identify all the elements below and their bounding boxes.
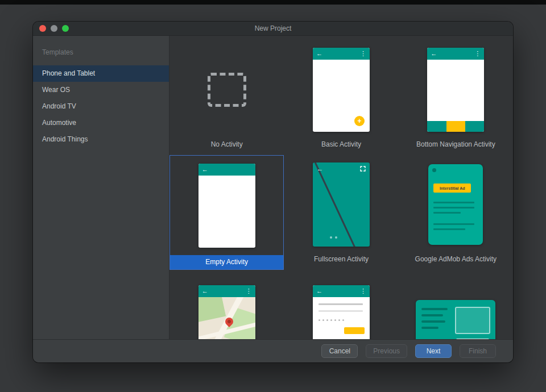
sidebar-header: Templates — [33, 43, 169, 65]
back-arrow-icon: ← — [316, 288, 322, 294]
phone-mockup: ← — [313, 162, 370, 247]
dot — [318, 319, 320, 321]
bottom-nav-segment — [465, 121, 484, 132]
dot — [338, 319, 340, 321]
template-label: Bottom Navigation Activity — [412, 139, 500, 155]
placeholder-line — [433, 228, 465, 230]
dot — [330, 319, 332, 321]
placeholder-line — [318, 310, 363, 312]
placeholder-line — [433, 212, 461, 214]
tablet-activity-thumbnail — [399, 270, 513, 339]
overflow-menu-icon: ⋮ — [360, 288, 366, 294]
template-card-basic-activity[interactable]: ← ⋮ + Basic Activity — [284, 40, 398, 155]
fullscreen-activity-thumbnail: ← — [284, 155, 398, 254]
screen-top-edge — [0, 0, 546, 5]
dotted-field — [318, 319, 344, 321]
template-label: Google AdMob Ads Activity — [411, 254, 501, 270]
dot — [326, 319, 328, 321]
indicator-dot — [330, 236, 332, 239]
no-activity-thumbnail — [169, 40, 284, 139]
template-card-bottom-navigation-activity[interactable]: ← ⋮ Bottom Navigation Activity — [399, 40, 513, 155]
dialog-content: Templates Phone and Tablet Wear OS Andro… — [33, 36, 513, 339]
detail-panel — [455, 307, 490, 334]
action-button-placeholder — [344, 327, 365, 334]
placeholder-line — [433, 223, 474, 225]
sidebar-item-wear-os[interactable]: Wear OS — [33, 82, 169, 98]
fab-plus-icon: + — [354, 116, 365, 126]
template-label: Fullscreen Activity — [309, 254, 373, 270]
back-arrow-icon: ← — [316, 51, 322, 57]
phone-mockup: ← ⋮ — [313, 285, 370, 339]
dot — [342, 319, 344, 321]
template-card-fullscreen-activity[interactable]: ← Fullscreen Activity — [284, 155, 398, 270]
indicator-dot — [335, 236, 337, 239]
traffic-lights — [39, 22, 69, 35]
minimize-button[interactable] — [51, 25, 57, 32]
phone-mockup: ← ⋮ + — [313, 48, 370, 132]
app-bar: ← — [198, 164, 255, 176]
dialog-footer: Cancel Previous Next Finish — [33, 339, 513, 362]
next-button[interactable]: Next — [415, 344, 452, 358]
placeholder-line — [421, 320, 445, 323]
overflow-menu-icon: ⋮ — [246, 288, 252, 294]
map-park-area — [198, 297, 226, 323]
sidebar-item-automotive[interactable]: Automotive — [33, 115, 169, 131]
overflow-menu-icon: ⋮ — [474, 51, 481, 57]
dot — [322, 319, 324, 321]
selected-template-label: Empty Activity — [170, 255, 283, 269]
placeholder-line — [421, 308, 448, 310]
basic-activity-thumbnail: ← ⋮ + — [284, 40, 398, 139]
new-project-window: New Project Templates Phone and Tablet W… — [33, 22, 513, 362]
interstitial-ad-banner: Interstitial Ad — [433, 184, 471, 193]
app-bar: ← ⋮ — [313, 48, 370, 60]
phone-mockup: ← — [198, 164, 255, 248]
template-label: No Activity — [206, 139, 247, 155]
back-arrow-icon: ← — [202, 166, 208, 173]
app-bar: ← ⋮ — [198, 285, 255, 297]
previous-button[interactable]: Previous — [366, 344, 407, 358]
back-arrow-icon: ← — [431, 51, 437, 57]
template-card-google-admob-ads-activity[interactable]: Interstitial Ad Google AdMob Ads Activit… — [399, 155, 513, 270]
window-titlebar[interactable]: New Project — [33, 22, 513, 36]
sidebar-item-phone-and-tablet[interactable]: Phone and Tablet — [33, 65, 169, 82]
zoom-button[interactable] — [62, 25, 69, 32]
template-grid: No Activity ← ⋮ + Basic Activity — [169, 36, 513, 339]
phone-mockup: ← ⋮ — [427, 48, 484, 132]
map-preview — [198, 297, 255, 339]
bottom-nav-selected-segment — [446, 121, 465, 132]
bottom-nav-segment — [427, 121, 446, 132]
no-activity-icon — [208, 73, 246, 107]
bottom-nav-bar — [427, 121, 484, 132]
placeholder-line — [433, 202, 474, 203]
finish-button[interactable]: Finish — [460, 344, 496, 358]
template-card-tablet[interactable] — [399, 270, 513, 339]
placeholder-line — [318, 303, 363, 305]
cancel-button[interactable]: Cancel — [321, 344, 358, 358]
dot — [334, 319, 336, 321]
bottom-navigation-thumbnail: ← ⋮ — [399, 40, 513, 139]
sidebar-item-android-things[interactable]: Android Things — [33, 131, 169, 148]
template-label: Basic Activity — [317, 139, 366, 155]
close-button[interactable] — [39, 25, 46, 32]
window-title: New Project — [255, 24, 292, 32]
sidebar-item-android-tv[interactable]: Android TV — [33, 98, 169, 115]
back-arrow-icon: ← — [317, 166, 323, 172]
templates-sidebar: Templates Phone and Tablet Wear OS Andro… — [33, 36, 169, 339]
admob-activity-thumbnail: Interstitial Ad — [399, 155, 513, 254]
template-card-form[interactable]: ← ⋮ — [284, 270, 398, 339]
template-card-empty-activity[interactable]: ← Empty Activity — [169, 155, 284, 270]
maps-activity-thumbnail: ← ⋮ — [169, 270, 284, 339]
app-bar: ← ⋮ — [427, 48, 484, 60]
placeholder-line — [421, 314, 443, 316]
phone-mockup: ← ⋮ — [198, 285, 255, 339]
tablet-mockup: Interstitial Ad — [428, 164, 483, 245]
empty-activity-thumbnail: ← — [170, 156, 283, 255]
fullscreen-expand-icon — [360, 166, 366, 172]
camera-dot-icon — [432, 168, 436, 172]
overflow-menu-icon: ⋮ — [360, 51, 366, 57]
template-card-no-activity[interactable]: No Activity — [169, 40, 284, 155]
form-activity-thumbnail: ← ⋮ — [284, 270, 398, 339]
back-arrow-icon: ← — [202, 288, 208, 294]
template-card-maps[interactable]: ← ⋮ — [169, 270, 284, 339]
diagonal-line — [313, 162, 361, 247]
